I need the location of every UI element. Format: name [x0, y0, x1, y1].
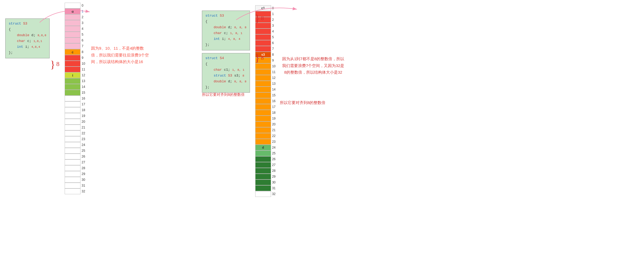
- right-note2: 因为从1到7都不是8的整数倍，所以我们需要浪费7个空间，又因为32是 8的整数倍…: [282, 55, 345, 76]
- left-note: 因为9、10、11，不是4的整数倍，所以我们需要往后浪费3个空间，所以该结构体的…: [91, 45, 149, 65]
- right-note1-abs: 所以它要对齐到8的整数倍: [280, 100, 325, 105]
- right-memory-grid: c10 1 2 3 4 5 6 7 s38 9 10 11 12 13 14 1…: [255, 5, 279, 197]
- right-note1: 所以它要对齐到8的整数倍: [202, 92, 245, 97]
- right-s3-brace: } 8: [255, 13, 264, 24]
- left-panel: struct S3 { double d; 8,8,8 char c; 1,8,…: [5, 3, 149, 194]
- right-s4-brace: } 8: [255, 53, 264, 63]
- right-grid-area: c10 1 2 3 4 5 6 7 s38 9 10 11 12 13 14 1…: [255, 3, 345, 197]
- left-brace-area: } 8: [50, 59, 59, 70]
- right-code-area: struct S3 { double d; 8, 8, 8 char c; 1,…: [202, 11, 250, 93]
- right-s3-code-box: struct S3 { double d; 8, 8, 8 char c; 1,…: [202, 11, 250, 50]
- left-grid-area: 0 d1 2 3 4 5 6 7 c8 9 10 11 i12 13 14: [65, 3, 149, 194]
- left-memory-grid: 0 d1 2 3 4 5 6 7 c8 9 10 11 i12 13 14: [65, 3, 88, 194]
- main-container: struct S3 { double d; 8,8,8 char c; 1,8,…: [0, 0, 644, 200]
- right-panel: struct S3 { double d; 8, 8, 8 char c; 1,…: [202, 3, 345, 197]
- left-code-box: struct S3 { double d; 8,8,8 char c; 1,8,…: [5, 18, 50, 58]
- right-s4-code-box: struct S4 { char c1; 1, 8, 1 struct S3 s…: [202, 53, 250, 93]
